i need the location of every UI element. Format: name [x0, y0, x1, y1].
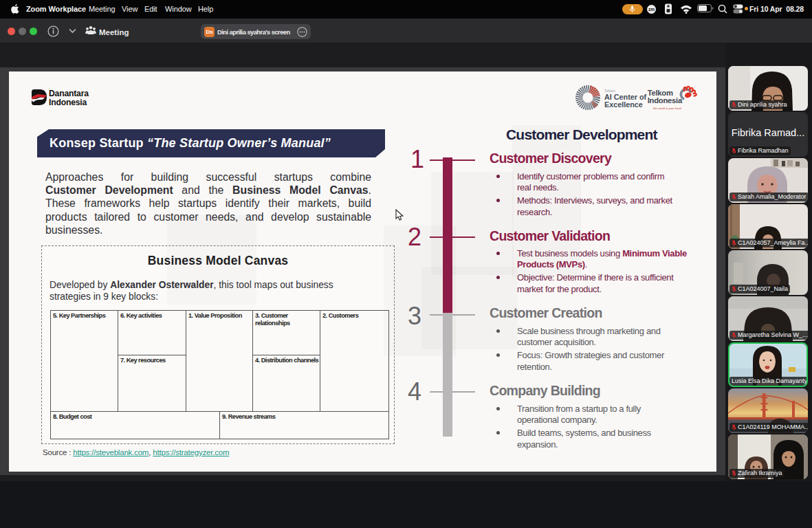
- svg-text:Indonesia: Indonesia: [648, 96, 683, 104]
- svg-text:Excellence: Excellence: [604, 100, 643, 109]
- svg-text:the world in your hand: the world in your hand: [653, 107, 682, 110]
- svg-text:Indonesia: Indonesia: [49, 98, 87, 107]
